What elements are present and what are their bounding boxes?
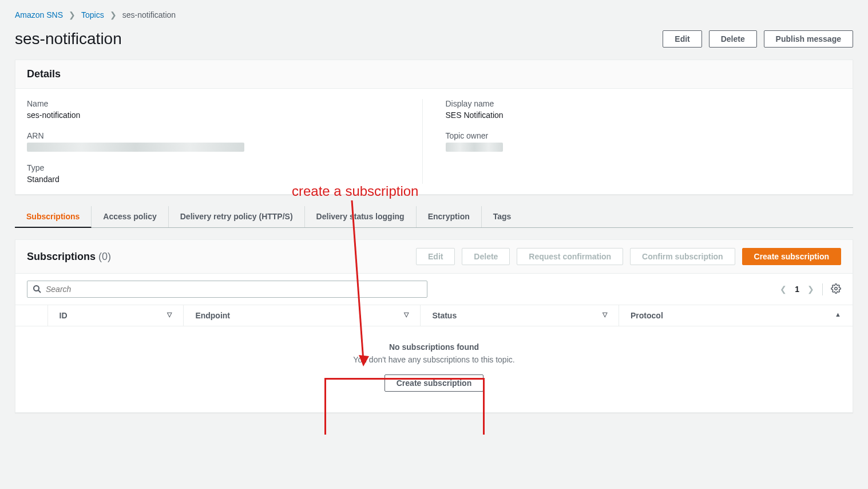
arn-label: ARN [27,131,399,140]
col-id[interactable]: ID▽ [47,305,184,326]
publish-message-button[interactable]: Publish message [764,30,853,48]
name-value: ses-notification [27,111,399,120]
empty-desc: You don't have any subscriptions to this… [27,355,841,364]
request-confirmation-button[interactable]: Request confirmation [517,248,623,265]
page-number: 1 [795,285,799,294]
type-label: Type [27,163,399,172]
chevron-right-icon: ❯ [110,10,117,19]
sort-icon: ▽ [603,311,607,318]
svg-point-2 [835,287,838,290]
type-value: Standard [27,175,399,184]
header-actions: Edit Delete Publish message [663,30,853,48]
empty-title: No subscriptions found [27,342,841,352]
chevron-right-icon: ❯ [69,10,76,19]
sub-delete-button[interactable]: Delete [462,248,510,265]
gear-icon[interactable] [822,283,841,295]
svg-point-0 [34,286,39,291]
display-name-label: Display name [446,99,842,108]
confirm-subscription-button[interactable]: Confirm subscription [630,248,735,265]
tab-delivery-status[interactable]: Delivery status logging [305,206,417,227]
edit-button[interactable]: Edit [663,30,701,48]
arn-value-redacted [27,143,244,152]
name-label: Name [27,99,399,108]
subscriptions-count: (0) [98,251,111,262]
display-name-value: SES Notification [446,111,842,120]
prev-page-icon[interactable]: ❮ [780,285,787,294]
col-endpoint[interactable]: Endpoint▽ [184,305,421,326]
breadcrumb-current: ses-notification [122,10,176,19]
sort-icon: ▽ [167,311,172,318]
topic-owner-label: Topic owner [446,131,842,140]
col-protocol[interactable]: Protocol▲ [619,305,853,326]
sub-edit-button[interactable]: Edit [416,248,455,265]
sort-icon: ▲ [835,311,841,318]
page-title: ses-notification [15,30,122,48]
create-subscription-button[interactable]: Create subscription [742,248,841,265]
tabs: Subscriptions Access policy Delivery ret… [15,206,853,228]
pager: ❮ 1 ❯ [780,283,841,295]
details-panel: Details Name ses-notification ARN Type S… [15,60,853,195]
details-header: Details [15,60,853,89]
subscriptions-table: ID▽ Endpoint▽ Status▽ Protocol▲ No subsc… [15,305,853,412]
empty-create-subscription-button[interactable]: Create subscription [385,374,483,392]
search-input[interactable] [27,281,427,298]
topic-owner-value-redacted [446,143,503,152]
next-page-icon[interactable]: ❯ [807,285,814,294]
breadcrumb-topics[interactable]: Topics [81,10,104,19]
breadcrumb-root[interactable]: Amazon SNS [15,10,63,19]
svg-line-1 [38,290,41,293]
sort-icon: ▽ [404,311,409,318]
empty-state: No subscriptions found You don't have an… [15,326,853,412]
subscriptions-actions: Edit Delete Request confirmation Confirm… [416,248,841,265]
delete-button[interactable]: Delete [709,30,757,48]
tab-delivery-retry[interactable]: Delivery retry policy (HTTP/S) [169,206,305,227]
subscriptions-panel: Subscriptions (0) Edit Delete Request co… [15,239,853,413]
search-icon [33,285,42,294]
tab-tags[interactable]: Tags [482,206,523,227]
breadcrumb: Amazon SNS ❯ Topics ❯ ses-notification [15,10,853,19]
tab-subscriptions[interactable]: Subscriptions [15,206,92,228]
subscriptions-title: Subscriptions (0) [27,251,111,263]
tab-encryption[interactable]: Encryption [417,206,482,227]
tab-access-policy[interactable]: Access policy [92,206,168,227]
col-status[interactable]: Status▽ [421,305,619,326]
